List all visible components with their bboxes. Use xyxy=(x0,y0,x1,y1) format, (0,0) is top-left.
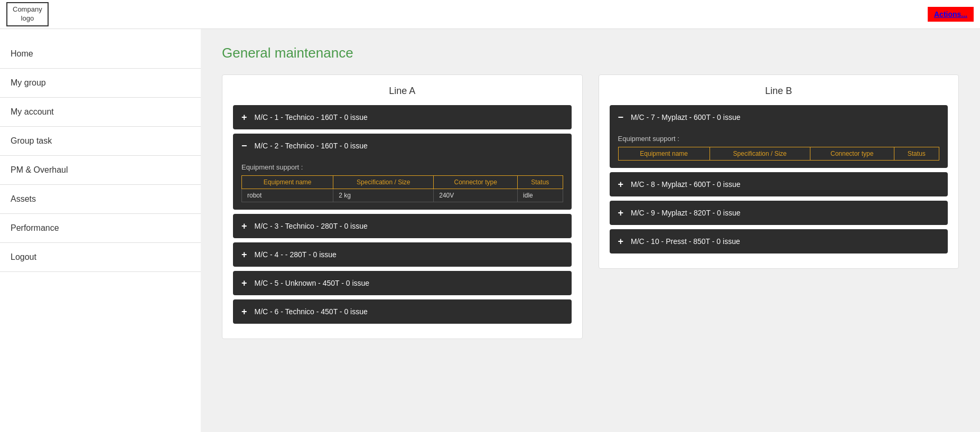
line-b-title: Line B xyxy=(610,86,948,97)
machine-row-mc5[interactable]: +M/C - 5 - Unknown - 450T - 0 issue xyxy=(233,271,572,295)
expand-icon-mc10: + xyxy=(618,237,624,246)
machine-header-mc2[interactable]: −M/C - 2 - Technico - 160T - 0 issue xyxy=(233,134,572,158)
machine-row-mc8[interactable]: +M/C - 8 - Myplazt - 600T - 0 issue xyxy=(610,172,948,196)
table-cell: 2 kg xyxy=(333,189,434,202)
equipment-table-mc7: Equipment nameSpecification / SizeConnec… xyxy=(618,147,940,161)
expand-icon-mc5: + xyxy=(241,278,247,288)
sidebar-item-logout[interactable]: Logout xyxy=(0,243,201,272)
machine-row-mc9[interactable]: +M/C - 9 - Myplazt - 820T - 0 issue xyxy=(610,201,948,225)
expand-icon-mc4: + xyxy=(241,250,247,259)
machine-label-mc1: M/C - 1 - Technico - 160T - 0 issue xyxy=(255,113,368,121)
sidebar: HomeMy groupMy accountGroup taskPM & Ove… xyxy=(0,29,201,432)
machine-label-mc10: M/C - 10 - Presst - 850T - 0 issue xyxy=(631,237,740,246)
machine-label-mc9: M/C - 9 - Myplazt - 820T - 0 issue xyxy=(631,209,740,217)
machine-body-mc2: Equipment support :Equipment nameSpecifi… xyxy=(233,158,572,210)
company-logo: Company logo xyxy=(6,2,49,26)
machine-expanded-mc2: −M/C - 2 - Technico - 160T - 0 issueEqui… xyxy=(233,134,572,210)
line-a-title: Line A xyxy=(233,86,572,97)
table-cell: robot xyxy=(242,189,333,202)
machine-label-mc2: M/C - 2 - Technico - 160T - 0 issue xyxy=(255,142,368,150)
equipment-support-label-mc2: Equipment support : xyxy=(241,163,563,171)
top-bar: Company logo Actions... xyxy=(0,0,980,29)
logo-line1: Company xyxy=(13,5,42,13)
col-header: Connector type xyxy=(810,147,894,161)
sidebar-item-home[interactable]: Home xyxy=(0,40,201,69)
main-content: General maintenance Line A +M/C - 1 - Te… xyxy=(201,29,980,432)
table-row: robot2 kg240Vidle xyxy=(242,189,563,202)
logo-line2: logo xyxy=(21,14,34,22)
collapse-icon-mc2: − xyxy=(241,141,247,151)
expand-icon-mc6: + xyxy=(241,307,247,316)
table-cell: 240V xyxy=(434,189,518,202)
machine-header-mc7[interactable]: −M/C - 7 - Myplazt - 600T - 0 issue xyxy=(610,105,948,129)
machine-label-mc6: M/C - 6 - Technico - 450T - 0 issue xyxy=(255,307,368,316)
lines-container: Line A +M/C - 1 - Technico - 160T - 0 is… xyxy=(222,74,959,339)
sidebar-item-pm-&-overhaul[interactable]: PM & Overhaul xyxy=(0,156,201,185)
machine-row-mc10[interactable]: +M/C - 10 - Presst - 850T - 0 issue xyxy=(610,229,948,253)
machine-body-mc7: Equipment support :Equipment nameSpecifi… xyxy=(610,129,948,168)
sidebar-item-performance[interactable]: Performance xyxy=(0,214,201,243)
sidebar-item-assets[interactable]: Assets xyxy=(0,185,201,214)
machine-row-mc1[interactable]: +M/C - 1 - Technico - 160T - 0 issue xyxy=(233,105,572,129)
sidebar-item-my-account[interactable]: My account xyxy=(0,98,201,127)
machine-label-mc8: M/C - 8 - Myplazt - 600T - 0 issue xyxy=(631,180,740,189)
col-header: Status xyxy=(518,176,563,189)
expand-icon-mc9: + xyxy=(618,208,624,218)
col-header: Specification / Size xyxy=(710,147,810,161)
line-b-panel: Line B −M/C - 7 - Myplazt - 600T - 0 iss… xyxy=(599,74,959,269)
col-header: Status xyxy=(894,147,939,161)
page-title: General maintenance xyxy=(222,45,959,61)
machine-label-mc4: M/C - 4 - - 280T - 0 issue xyxy=(255,250,337,259)
machine-label-mc5: M/C - 5 - Unknown - 450T - 0 issue xyxy=(255,279,370,287)
col-header: Connector type xyxy=(434,176,518,189)
machine-label-mc7: M/C - 7 - Myplazt - 600T - 0 issue xyxy=(631,113,740,121)
sidebar-item-group-task[interactable]: Group task xyxy=(0,127,201,156)
collapse-icon-mc7: − xyxy=(618,112,624,122)
machine-label-mc3: M/C - 3 - Technico - 280T - 0 issue xyxy=(255,222,368,230)
machine-row-mc4[interactable]: +M/C - 4 - - 280T - 0 issue xyxy=(233,242,572,267)
machine-expanded-mc7: −M/C - 7 - Myplazt - 600T - 0 issueEquip… xyxy=(610,105,948,168)
line-a-panel: Line A +M/C - 1 - Technico - 160T - 0 is… xyxy=(222,74,583,339)
col-header: Equipment name xyxy=(242,176,333,189)
expand-icon-mc1: + xyxy=(241,112,247,122)
table-cell: idle xyxy=(518,189,563,202)
main-layout: HomeMy groupMy accountGroup taskPM & Ove… xyxy=(0,29,980,432)
sidebar-item-my-group[interactable]: My group xyxy=(0,69,201,98)
col-header: Equipment name xyxy=(618,147,710,161)
machine-row-mc6[interactable]: +M/C - 6 - Technico - 450T - 0 issue xyxy=(233,299,572,324)
equipment-table-mc2: Equipment nameSpecification / SizeConnec… xyxy=(241,175,563,202)
expand-icon-mc8: + xyxy=(618,180,624,189)
col-header: Specification / Size xyxy=(333,176,434,189)
actions-button[interactable]: Actions... xyxy=(928,7,974,22)
machine-row-mc3[interactable]: +M/C - 3 - Technico - 280T - 0 issue xyxy=(233,214,572,238)
equipment-support-label-mc7: Equipment support : xyxy=(618,135,940,143)
expand-icon-mc3: + xyxy=(241,221,247,231)
